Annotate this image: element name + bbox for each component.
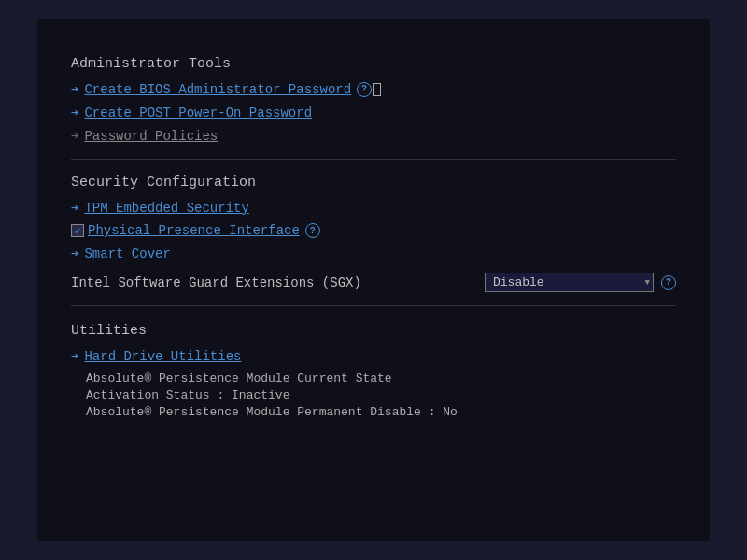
create-post-power-on-pw-item[interactable]: ➔ Create POST Power-On Password xyxy=(71,103,676,122)
sgx-select[interactable]: Disable Enable Software Controlled xyxy=(485,273,654,292)
arrow-icon-5: ➔ xyxy=(71,245,78,261)
tpm-embedded-link[interactable]: TPM Embedded Security xyxy=(84,201,248,216)
create-bios-admin-pw-link[interactable]: Create BIOS Administrator Password xyxy=(84,82,351,97)
permanent-disable: Absolute® Persistence Module Permanent D… xyxy=(71,405,676,419)
physical-presence-label[interactable]: Physical Presence Interface xyxy=(88,223,300,238)
admin-tools-header: Administrator Tools xyxy=(71,56,676,72)
arrow-icon-3: ➔ xyxy=(71,128,78,144)
separator-2 xyxy=(71,305,676,306)
admin-tools-section: Administrator Tools ➔ Create BIOS Admini… xyxy=(71,56,676,146)
arrow-icon-6: ➔ xyxy=(71,348,78,364)
security-config-section: Security Configuration ➔ TPM Embedded Se… xyxy=(71,175,676,292)
password-policies-item[interactable]: ➔ Password Policies xyxy=(71,126,676,146)
sgx-help-icon[interactable]: ? xyxy=(661,275,676,290)
hard-drive-utilities-item[interactable]: ➔ Hard Drive Utilities xyxy=(71,346,676,366)
smart-cover-link[interactable]: Smart Cover xyxy=(84,246,170,261)
smart-cover-item[interactable]: ➔ Smart Cover xyxy=(71,244,676,263)
password-policies-link: Password Policies xyxy=(84,129,218,144)
absolute-persistence-info: Absolute® Persistence Module Current Sta… xyxy=(71,371,676,419)
arrow-icon-1: ➔ xyxy=(71,81,78,97)
create-bios-admin-pw-item[interactable]: ➔ Create BIOS Administrator Password ? xyxy=(71,79,676,99)
physical-presence-help-icon[interactable]: ? xyxy=(305,223,320,238)
tpm-embedded-item[interactable]: ➔ TPM Embedded Security xyxy=(71,198,676,217)
physical-presence-checkbox[interactable] xyxy=(71,224,84,237)
arrow-icon-4: ➔ xyxy=(71,200,78,216)
utilities-section: Utilities ➔ Hard Drive Utilities Absolut… xyxy=(71,323,676,419)
utilities-header: Utilities xyxy=(71,323,676,339)
arrow-icon-2: ➔ xyxy=(71,105,78,120)
bios-admin-help-icon[interactable]: ? xyxy=(357,82,372,97)
hard-drive-utilities-link[interactable]: Hard Drive Utilities xyxy=(84,349,241,364)
activation-status: Activation Status : Inactive xyxy=(71,388,676,402)
separator-1 xyxy=(71,159,676,160)
create-post-power-on-pw-link[interactable]: Create POST Power-On Password xyxy=(84,105,312,120)
sgx-row: Intel Software Guard Extensions (SGX) Di… xyxy=(71,273,676,292)
cursor xyxy=(374,83,381,96)
sgx-select-wrapper[interactable]: Disable Enable Software Controlled xyxy=(485,273,654,292)
physical-presence-item[interactable]: Physical Presence Interface ? xyxy=(71,221,676,240)
absolute-persistence-title: Absolute® Persistence Module Current Sta… xyxy=(71,371,676,385)
bios-screen: Administrator Tools ➔ Create BIOS Admini… xyxy=(37,19,710,541)
sgx-label: Intel Software Guard Extensions (SGX) xyxy=(71,275,485,290)
security-config-header: Security Configuration xyxy=(71,175,676,190)
